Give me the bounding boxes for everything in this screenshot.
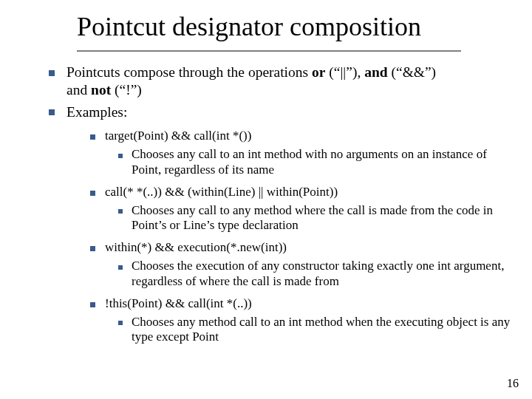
bullet-icon — [90, 246, 95, 251]
example-desc-a: Chooses any call to any method where the… — [132, 203, 493, 217]
example-code-text: within(*) && execution(*.new(int)) — [105, 240, 287, 254]
example-desc-code2: Point — [132, 163, 158, 177]
intro-op-or: (“||”), — [325, 64, 364, 80]
bullet-icon — [90, 302, 95, 307]
example-code: within(*) && execution(*.new(int)) — [90, 239, 513, 256]
intro-line2-pre: and — [66, 82, 91, 98]
example-code: call(* *(..)) && (within(Line) || within… — [90, 184, 513, 200]
example-desc-c: , regardless of its name — [158, 163, 274, 177]
bullet-icon — [90, 134, 95, 140]
intro-op-not-open: (“ — [111, 82, 126, 98]
example-desc: Chooses any call to an int method with n… — [118, 147, 513, 177]
example-desc-a: Chooses the execution of any constructor… — [132, 259, 437, 273]
bullet-icon — [118, 265, 123, 270]
bullet-icon — [90, 191, 95, 196]
intro-and: and — [364, 64, 387, 80]
intro-op-and-open: (“ — [388, 64, 403, 80]
example-desc-code2: Line — [183, 218, 206, 232]
bullet-icon — [49, 70, 55, 76]
example-code-text: call(* *(..)) && (within(Line) || within… — [105, 185, 338, 199]
example-desc: Chooses the execution of any constructor… — [118, 259, 513, 289]
bullet-examples: Examples: — [49, 103, 513, 121]
page-number: 16 — [507, 377, 519, 390]
intro-not: not — [91, 82, 111, 98]
title-underline — [77, 50, 461, 52]
example-desc-code1: Point — [132, 218, 158, 232]
example-desc-code1: int — [248, 147, 261, 161]
intro-or: or — [312, 64, 325, 80]
examples-list: target(Point) && call(int *()) Chooses a… — [90, 128, 513, 345]
example-code-text: target(Point) && call(int *()) — [105, 129, 251, 143]
example-desc-code1: int — [437, 259, 451, 273]
bullet-icon — [118, 154, 123, 158]
bullet-icon — [118, 209, 123, 214]
example-desc-a: Chooses any method call to an — [132, 315, 288, 329]
example-code-text: !this(Point) && call(int *(..)) — [105, 296, 252, 310]
intro-text-a: Pointcuts compose through the operations — [66, 64, 312, 80]
example-desc-b: method with no arguments on an instance … — [261, 147, 487, 161]
bullet-icon — [118, 321, 123, 325]
slide: Pointcut designator composition Pointcut… — [0, 0, 532, 399]
example-desc-a: Chooses any call to an — [132, 147, 248, 161]
example-desc-b: ’s or — [158, 218, 183, 232]
example-desc-code2: Point — [192, 330, 219, 344]
bullet-icon — [49, 109, 55, 115]
intro-op-and-close: ”) — [425, 64, 436, 80]
example-desc-code1: int — [288, 315, 301, 329]
slide-title: Pointcut designator composition — [77, 13, 421, 41]
examples-label: Examples: — [66, 104, 127, 120]
bullet-intro: Pointcuts compose through the operations… — [49, 64, 513, 99]
intro-op-and-code: && — [403, 64, 425, 80]
example-code: !this(Point) && call(int *(..)) — [90, 296, 513, 312]
intro-op-not-close: ”) — [131, 82, 142, 98]
example-desc: Chooses any method call to an int method… — [118, 315, 513, 345]
example-code: target(Point) && call(int *()) — [90, 128, 513, 144]
example-desc: Chooses any call to any method where the… — [118, 203, 513, 233]
example-desc-c: ’s type declaration — [206, 218, 299, 232]
slide-body: Pointcuts compose through the operations… — [49, 64, 513, 348]
